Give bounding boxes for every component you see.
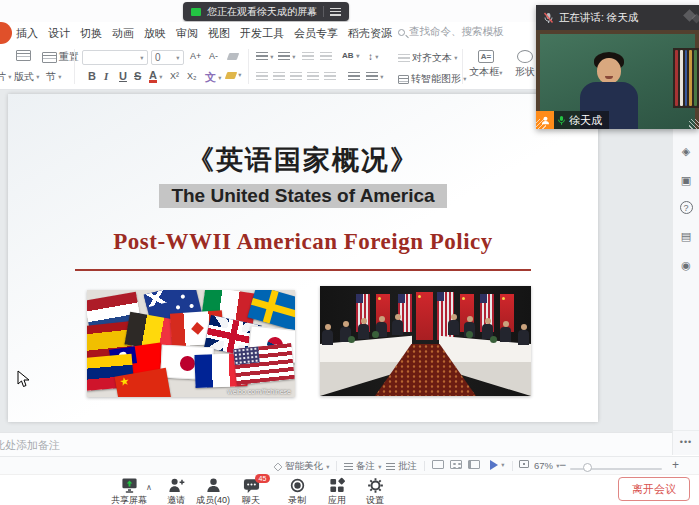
zoom-level-button[interactable]: 67% ▾ (534, 460, 560, 471)
clear-format-button[interactable] (228, 53, 238, 60)
strikethrough-button[interactable]: S (134, 70, 141, 82)
red-divider-line[interactable] (75, 269, 531, 271)
font-size-select[interactable]: 0▾ (151, 50, 184, 65)
tab-view[interactable]: 视图 (208, 26, 230, 41)
justify-button[interactable] (307, 72, 319, 81)
align-right-button[interactable] (290, 72, 302, 81)
speaking-label: 正在讲话: 徐天成 (559, 11, 638, 25)
resize-handle[interactable] (536, 119, 546, 129)
bookshelf (673, 48, 699, 108)
underline-button[interactable]: U (119, 70, 127, 82)
tab-design[interactable]: 设计 (48, 26, 70, 41)
layout-gallery-button[interactable] (16, 50, 31, 61)
tab-docer[interactable]: 稻壳资源 (348, 26, 392, 41)
column-spacing-button[interactable]: ▾ (366, 72, 384, 81)
grow-font-button[interactable]: A+ (190, 51, 201, 61)
reset-icon (42, 52, 57, 63)
decrease-indent-button[interactable] (302, 52, 314, 61)
share-screen-icon (120, 477, 139, 494)
numbering-button[interactable]: ▾ (278, 52, 296, 61)
italic-button[interactable]: I (104, 70, 108, 82)
superscript-button[interactable]: X² (170, 71, 179, 81)
comments-button[interactable]: 批注 (386, 460, 417, 473)
numbering-icon (278, 52, 290, 61)
section-button[interactable]: 节▾ (46, 70, 62, 84)
wps-logo[interactable] (0, 22, 12, 44)
layout-icon (16, 50, 31, 61)
settings-button[interactable]: 设置 (349, 477, 401, 505)
delegate (518, 330, 529, 345)
tab-review[interactable]: 审阅 (176, 26, 198, 41)
subscript-button[interactable]: X₂ (187, 71, 197, 81)
chevron-down-icon: ▾ (36, 73, 39, 80)
tab-insert[interactable]: 插入 (16, 26, 38, 41)
notes-bar[interactable]: 单击此处添加备注 (0, 432, 672, 456)
chevron-down-icon: ▾ (454, 54, 457, 61)
line-spacing-button[interactable]: ↕▾ (368, 51, 379, 62)
leave-meeting-button[interactable]: 离开会议 (618, 477, 690, 501)
text-direction-icon: AB (342, 51, 354, 60)
font-color-icon: A (149, 70, 157, 83)
tab-slideshow[interactable]: 放映 (144, 26, 166, 41)
textbox-button[interactable]: A= 文本框▾ (468, 50, 504, 79)
participant-name: 徐天成 (569, 113, 602, 128)
layout-button[interactable]: 版式▾ (14, 70, 40, 84)
fit-to-window-button[interactable] (519, 460, 529, 468)
smart-graphic-button[interactable]: 转智能图形▾ (398, 72, 467, 86)
font-color-button[interactable]: A▾ (149, 70, 162, 83)
video-call-overlay[interactable]: 正在讲话: 徐天成 (536, 5, 699, 129)
indent-icon (320, 52, 332, 61)
tab-member[interactable]: 会员专享 (294, 26, 338, 41)
font-family-select[interactable]: ▾ (82, 50, 148, 65)
align-text-button[interactable]: 对齐文本▾ (398, 51, 458, 65)
smart-beautify-button[interactable]: 智能美化 ▾ (274, 460, 330, 473)
text-effect-icon: 文 (205, 70, 216, 85)
chat-button[interactable]: 聊天 45 (225, 477, 277, 505)
bullets-button[interactable]: ▾ (256, 52, 274, 61)
increase-indent-button[interactable] (320, 52, 332, 61)
help-icon[interactable]: ? (680, 201, 693, 214)
chevron-down-icon: ▾ (463, 75, 466, 82)
bold-button[interactable]: B (88, 70, 96, 82)
slide-subtitle[interactable]: The United States of America (159, 184, 446, 208)
text-effect-button[interactable]: 文▾ (205, 70, 222, 85)
zoom-out-button[interactable]: − (559, 458, 566, 472)
tab-developer[interactable]: 开发工具 (240, 26, 284, 41)
flags-collage-image[interactable]: weibo.com/ftchinese (87, 290, 295, 397)
align-center-button[interactable] (273, 72, 285, 81)
more-tools-icon[interactable]: ••• (673, 430, 699, 447)
slide-sorter-button[interactable] (450, 460, 462, 469)
command-search[interactable]: 查找命令、搜索模板 (398, 25, 504, 39)
location-icon[interactable]: ◉ (673, 259, 699, 272)
reading-view-button[interactable] (468, 460, 480, 469)
align-left-button[interactable] (256, 72, 268, 81)
highlighter-button[interactable]: ▾ (226, 71, 242, 79)
bold-icon: B (88, 70, 96, 82)
tab-animation[interactable]: 动画 (112, 26, 134, 41)
new-slide-button[interactable]: 片▾ (0, 70, 12, 84)
distribute-button[interactable] (324, 72, 336, 81)
slide-canvas[interactable]: 《英语国家概况》 The United States of America Po… (8, 94, 598, 422)
resize-handle[interactable] (689, 119, 699, 129)
ai-assistant-icon[interactable]: ◈ (673, 145, 699, 158)
row-spacing-button[interactable] (348, 72, 360, 81)
participant-video[interactable]: 徐天成 (536, 30, 699, 129)
banner-menu-icon[interactable] (330, 8, 341, 16)
play-slideshow-button[interactable]: ▾ (490, 460, 505, 470)
hanging-china-flag (416, 292, 433, 340)
feedback-icon[interactable]: ▤ (673, 230, 699, 243)
control-label: 设置 (349, 494, 401, 505)
text-direction-button[interactable]: AB▾ (342, 51, 359, 60)
zoom-slider-thumb[interactable] (583, 463, 592, 472)
summit-photo-image[interactable] (320, 286, 531, 396)
slide-title[interactable]: 《英语国家概况》 (8, 142, 598, 178)
row-spacing-icon (348, 72, 360, 81)
slide-heading[interactable]: Post-WWII American Foreign Policy (8, 229, 598, 255)
notes-toggle-button[interactable]: 备注 ▾ (344, 460, 382, 473)
delegate (500, 327, 511, 342)
zoom-in-button[interactable]: + (672, 458, 679, 472)
tab-transition[interactable]: 切换 (80, 26, 102, 41)
copy-window-icon[interactable]: ▣ (673, 174, 699, 187)
shrink-font-button[interactable]: A- (209, 51, 218, 61)
normal-view-button[interactable] (432, 460, 444, 469)
